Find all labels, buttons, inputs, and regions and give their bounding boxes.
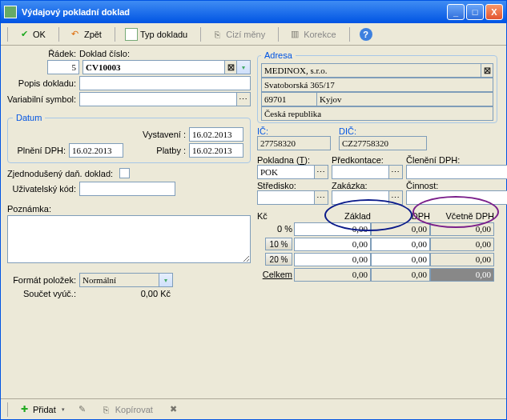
minimize-button[interactable]: _	[447, 4, 465, 20]
add-item-button[interactable]: ✚ Přidat ▾	[14, 402, 68, 418]
check-icon: ✔	[18, 28, 30, 41]
add-icon: ✚	[18, 403, 30, 416]
right-column: Adresa ☒ IČ: DIČ:	[257, 49, 497, 282]
doc-number-field[interactable]	[82, 60, 225, 74]
vc-0-value: 0,00	[430, 222, 494, 236]
dic-field[interactable]	[339, 136, 427, 150]
zaklad-0-field[interactable]	[294, 222, 371, 236]
pokladna-lookup-button[interactable]: ⋯	[314, 165, 328, 179]
left-column: Řádek: Doklad číslo: ☒ ▾ Popis dokladu: …	[7, 49, 251, 300]
zakazka-label: Zakázka:	[332, 181, 403, 190]
zakazka-lookup-button[interactable]: ⋯	[388, 190, 403, 205]
doc-type-button[interactable]: Typ dokladu	[122, 26, 194, 42]
simple-tax-label: Zjednodušený daň. doklad:	[7, 169, 119, 178]
help-button[interactable]: ?	[356, 26, 376, 42]
payment-label: Platby :	[141, 146, 189, 155]
grid-header-zaklad: Základ	[294, 211, 371, 221]
copy-item-button: ⎘ Kopírovat	[97, 402, 159, 418]
issued-label: Vystavení :	[141, 130, 189, 139]
back-icon: ↶	[69, 28, 82, 41]
addr-country	[261, 106, 493, 121]
desc-field[interactable]	[79, 76, 251, 90]
cleneni-field[interactable]	[406, 165, 507, 179]
cinnost-field[interactable]	[406, 190, 507, 205]
form-content: Řádek: Doklad číslo: ☒ ▾ Popis dokladu: …	[1, 46, 506, 398]
back-button[interactable]: ↶ Zpět	[66, 26, 108, 42]
window-title: Výdajový pokladní doklad	[22, 7, 447, 17]
app-icon	[4, 6, 17, 18]
format-dropdown-button[interactable]: ▾	[159, 273, 173, 287]
address-fieldset: Adresa ☒	[257, 50, 497, 123]
note-field[interactable]	[7, 215, 251, 263]
app-window: Výdajový pokladní doklad _ □ X ✔ OK ↶ Zp…	[0, 0, 507, 420]
varsym-lookup-button[interactable]: ⋯	[236, 92, 251, 106]
desc-label: Popis dokladu:	[7, 78, 79, 88]
dph-10-field[interactable]	[371, 238, 430, 251]
date-legend: Datum	[13, 113, 45, 122]
maximize-button[interactable]: □	[466, 4, 484, 20]
vat-date-field[interactable]	[69, 143, 123, 158]
ic-label: IČ:	[257, 126, 334, 136]
doc-dropdown-button[interactable]: ▾	[236, 60, 251, 74]
varsym-field[interactable]	[79, 92, 237, 106]
stredisko-label: Středisko:	[257, 181, 328, 190]
addr-city	[316, 92, 493, 106]
rate-20-button[interactable]: 20 %	[265, 253, 292, 266]
rate-0-label: 0 %	[257, 224, 294, 234]
edit-item-button: ✎	[73, 402, 92, 418]
items-toolbar: ✚ Přidat ▾ ✎ ⎘ Kopírovat ✖	[1, 398, 506, 419]
format-select[interactable]	[79, 273, 159, 287]
currency-icon: ⎘	[211, 28, 223, 41]
ok-button[interactable]: ✔ OK	[14, 26, 52, 42]
address-legend: Adresa	[261, 50, 296, 60]
predkontace-label: Předkontace:	[332, 155, 403, 165]
pokladna-label: Pokladna (T):	[257, 155, 328, 165]
predkontace-lookup-button[interactable]: ⋯	[388, 165, 403, 179]
payment-field[interactable]	[189, 143, 243, 158]
zaklad-total: 0,00	[294, 268, 371, 282]
stredisko-lookup-button[interactable]: ⋯	[314, 190, 328, 205]
usercode-field[interactable]	[79, 182, 175, 196]
vc-total: 0,00	[430, 268, 494, 282]
addr-name[interactable]	[261, 63, 481, 78]
date-fieldset: Datum Vystavení : Plnění DPH: Platby :	[7, 113, 251, 163]
issued-field[interactable]	[189, 127, 243, 142]
cleneni-label: Členění DPH:	[406, 155, 507, 165]
rate-10-button[interactable]: 10 %	[265, 238, 292, 250]
grid-header-vcetne: Včetně DPH	[430, 211, 494, 221]
total-label[interactable]: Celkem	[263, 270, 292, 279]
vc-20-value: 0,00	[430, 253, 494, 266]
varsym-label: Variabilní symbol:	[7, 94, 79, 104]
predkontace-field[interactable]	[332, 165, 389, 179]
help-icon: ?	[360, 28, 372, 41]
addr-zip	[261, 92, 317, 106]
dic-label: DIČ:	[339, 126, 497, 136]
note-label: Poznámka:	[7, 204, 79, 214]
zaklad-10-field[interactable]	[294, 238, 371, 251]
row-number-field[interactable]	[47, 60, 79, 74]
titlebar: Výdajový pokladní doklad _ □ X	[1, 1, 506, 23]
copy-icon: ⎘	[100, 403, 113, 416]
zaklad-20-field[interactable]	[294, 253, 371, 266]
correction-button: ▥ Korekce	[285, 26, 342, 42]
delete-icon: ✖	[167, 403, 180, 416]
close-button[interactable]: X	[485, 4, 503, 20]
window-buttons: _ □ X	[447, 4, 503, 20]
pokladna-field[interactable]	[257, 165, 315, 179]
stredisko-field[interactable]	[257, 190, 315, 205]
ic-field[interactable]	[257, 136, 331, 150]
grid-header-dph: DPH	[371, 211, 430, 221]
dph-20-field[interactable]	[371, 253, 430, 266]
sum-label: Součet vyúč.:	[7, 289, 79, 298]
doc-clear-button[interactable]: ☒	[224, 60, 237, 74]
sum-value: 0,00 Kč	[79, 289, 175, 298]
cinnost-label: Činnost:	[406, 181, 507, 190]
delete-item-button: ✖	[164, 402, 183, 418]
zakazka-field[interactable]	[332, 190, 389, 205]
addr-clear-button[interactable]: ☒	[481, 63, 493, 78]
simple-tax-checkbox[interactable]	[119, 168, 130, 178]
dph-0-value: 0,00	[371, 222, 430, 236]
vc-10-value: 0,00	[430, 238, 494, 251]
grid-header-kc: Kč	[257, 211, 294, 221]
format-label: Formát položek:	[7, 275, 79, 285]
